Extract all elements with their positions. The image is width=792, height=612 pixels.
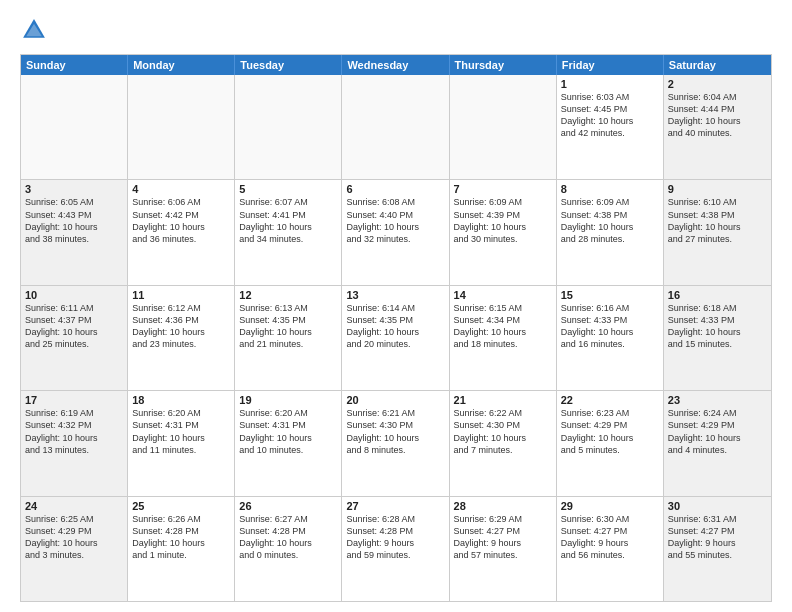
day-number: 7: [454, 183, 552, 195]
day-number: 18: [132, 394, 230, 406]
day-number: 22: [561, 394, 659, 406]
day-number: 27: [346, 500, 444, 512]
calendar-cell: 27Sunrise: 6:28 AM Sunset: 4:28 PM Dayli…: [342, 497, 449, 601]
logo: [20, 16, 52, 44]
weekday-header: Wednesday: [342, 55, 449, 75]
calendar-cell: 22Sunrise: 6:23 AM Sunset: 4:29 PM Dayli…: [557, 391, 664, 495]
calendar-cell: [21, 75, 128, 179]
weekday-header: Thursday: [450, 55, 557, 75]
logo-icon: [20, 16, 48, 44]
calendar-row: 10Sunrise: 6:11 AM Sunset: 4:37 PM Dayli…: [21, 285, 771, 390]
day-info: Sunrise: 6:09 AM Sunset: 4:38 PM Dayligh…: [561, 196, 659, 245]
day-info: Sunrise: 6:08 AM Sunset: 4:40 PM Dayligh…: [346, 196, 444, 245]
calendar-cell: 23Sunrise: 6:24 AM Sunset: 4:29 PM Dayli…: [664, 391, 771, 495]
day-number: 4: [132, 183, 230, 195]
day-number: 21: [454, 394, 552, 406]
day-info: Sunrise: 6:30 AM Sunset: 4:27 PM Dayligh…: [561, 513, 659, 562]
calendar-cell: 12Sunrise: 6:13 AM Sunset: 4:35 PM Dayli…: [235, 286, 342, 390]
day-number: 10: [25, 289, 123, 301]
calendar-cell: 9Sunrise: 6:10 AM Sunset: 4:38 PM Daylig…: [664, 180, 771, 284]
weekday-header: Tuesday: [235, 55, 342, 75]
day-info: Sunrise: 6:14 AM Sunset: 4:35 PM Dayligh…: [346, 302, 444, 351]
day-number: 26: [239, 500, 337, 512]
day-number: 14: [454, 289, 552, 301]
day-number: 23: [668, 394, 767, 406]
day-number: 24: [25, 500, 123, 512]
header: [20, 16, 772, 44]
day-info: Sunrise: 6:19 AM Sunset: 4:32 PM Dayligh…: [25, 407, 123, 456]
day-number: 11: [132, 289, 230, 301]
day-number: 15: [561, 289, 659, 301]
day-info: Sunrise: 6:27 AM Sunset: 4:28 PM Dayligh…: [239, 513, 337, 562]
calendar-cell: 18Sunrise: 6:20 AM Sunset: 4:31 PM Dayli…: [128, 391, 235, 495]
day-number: 5: [239, 183, 337, 195]
day-info: Sunrise: 6:12 AM Sunset: 4:36 PM Dayligh…: [132, 302, 230, 351]
calendar-header: SundayMondayTuesdayWednesdayThursdayFrid…: [21, 55, 771, 75]
weekday-header: Saturday: [664, 55, 771, 75]
calendar-cell: 4Sunrise: 6:06 AM Sunset: 4:42 PM Daylig…: [128, 180, 235, 284]
day-info: Sunrise: 6:09 AM Sunset: 4:39 PM Dayligh…: [454, 196, 552, 245]
weekday-header: Friday: [557, 55, 664, 75]
day-info: Sunrise: 6:13 AM Sunset: 4:35 PM Dayligh…: [239, 302, 337, 351]
calendar: SundayMondayTuesdayWednesdayThursdayFrid…: [20, 54, 772, 602]
day-info: Sunrise: 6:20 AM Sunset: 4:31 PM Dayligh…: [132, 407, 230, 456]
day-info: Sunrise: 6:11 AM Sunset: 4:37 PM Dayligh…: [25, 302, 123, 351]
day-info: Sunrise: 6:28 AM Sunset: 4:28 PM Dayligh…: [346, 513, 444, 562]
calendar-cell: [342, 75, 449, 179]
day-info: Sunrise: 6:24 AM Sunset: 4:29 PM Dayligh…: [668, 407, 767, 456]
calendar-cell: 26Sunrise: 6:27 AM Sunset: 4:28 PM Dayli…: [235, 497, 342, 601]
calendar-cell: 30Sunrise: 6:31 AM Sunset: 4:27 PM Dayli…: [664, 497, 771, 601]
weekday-header: Monday: [128, 55, 235, 75]
calendar-cell: 15Sunrise: 6:16 AM Sunset: 4:33 PM Dayli…: [557, 286, 664, 390]
calendar-cell: [235, 75, 342, 179]
day-info: Sunrise: 6:23 AM Sunset: 4:29 PM Dayligh…: [561, 407, 659, 456]
calendar-cell: 28Sunrise: 6:29 AM Sunset: 4:27 PM Dayli…: [450, 497, 557, 601]
calendar-cell: 5Sunrise: 6:07 AM Sunset: 4:41 PM Daylig…: [235, 180, 342, 284]
calendar-cell: 20Sunrise: 6:21 AM Sunset: 4:30 PM Dayli…: [342, 391, 449, 495]
calendar-cell: 6Sunrise: 6:08 AM Sunset: 4:40 PM Daylig…: [342, 180, 449, 284]
calendar-cell: 10Sunrise: 6:11 AM Sunset: 4:37 PM Dayli…: [21, 286, 128, 390]
day-number: 29: [561, 500, 659, 512]
calendar-cell: 14Sunrise: 6:15 AM Sunset: 4:34 PM Dayli…: [450, 286, 557, 390]
day-number: 9: [668, 183, 767, 195]
day-info: Sunrise: 6:29 AM Sunset: 4:27 PM Dayligh…: [454, 513, 552, 562]
calendar-cell: 3Sunrise: 6:05 AM Sunset: 4:43 PM Daylig…: [21, 180, 128, 284]
day-number: 17: [25, 394, 123, 406]
day-number: 6: [346, 183, 444, 195]
day-info: Sunrise: 6:04 AM Sunset: 4:44 PM Dayligh…: [668, 91, 767, 140]
calendar-cell: 24Sunrise: 6:25 AM Sunset: 4:29 PM Dayli…: [21, 497, 128, 601]
calendar-cell: 25Sunrise: 6:26 AM Sunset: 4:28 PM Dayli…: [128, 497, 235, 601]
day-info: Sunrise: 6:18 AM Sunset: 4:33 PM Dayligh…: [668, 302, 767, 351]
day-number: 2: [668, 78, 767, 90]
day-number: 1: [561, 78, 659, 90]
calendar-body: 1Sunrise: 6:03 AM Sunset: 4:45 PM Daylig…: [21, 75, 771, 601]
day-number: 16: [668, 289, 767, 301]
day-info: Sunrise: 6:16 AM Sunset: 4:33 PM Dayligh…: [561, 302, 659, 351]
day-info: Sunrise: 6:06 AM Sunset: 4:42 PM Dayligh…: [132, 196, 230, 245]
day-number: 25: [132, 500, 230, 512]
day-info: Sunrise: 6:03 AM Sunset: 4:45 PM Dayligh…: [561, 91, 659, 140]
calendar-cell: [450, 75, 557, 179]
day-number: 3: [25, 183, 123, 195]
calendar-cell: 1Sunrise: 6:03 AM Sunset: 4:45 PM Daylig…: [557, 75, 664, 179]
calendar-row: 1Sunrise: 6:03 AM Sunset: 4:45 PM Daylig…: [21, 75, 771, 179]
calendar-cell: 7Sunrise: 6:09 AM Sunset: 4:39 PM Daylig…: [450, 180, 557, 284]
calendar-cell: 2Sunrise: 6:04 AM Sunset: 4:44 PM Daylig…: [664, 75, 771, 179]
day-number: 20: [346, 394, 444, 406]
calendar-cell: 11Sunrise: 6:12 AM Sunset: 4:36 PM Dayli…: [128, 286, 235, 390]
day-info: Sunrise: 6:10 AM Sunset: 4:38 PM Dayligh…: [668, 196, 767, 245]
calendar-cell: 13Sunrise: 6:14 AM Sunset: 4:35 PM Dayli…: [342, 286, 449, 390]
day-info: Sunrise: 6:07 AM Sunset: 4:41 PM Dayligh…: [239, 196, 337, 245]
calendar-row: 24Sunrise: 6:25 AM Sunset: 4:29 PM Dayli…: [21, 496, 771, 601]
day-info: Sunrise: 6:05 AM Sunset: 4:43 PM Dayligh…: [25, 196, 123, 245]
day-info: Sunrise: 6:25 AM Sunset: 4:29 PM Dayligh…: [25, 513, 123, 562]
calendar-row: 3Sunrise: 6:05 AM Sunset: 4:43 PM Daylig…: [21, 179, 771, 284]
day-info: Sunrise: 6:22 AM Sunset: 4:30 PM Dayligh…: [454, 407, 552, 456]
day-info: Sunrise: 6:26 AM Sunset: 4:28 PM Dayligh…: [132, 513, 230, 562]
day-number: 30: [668, 500, 767, 512]
calendar-cell: 19Sunrise: 6:20 AM Sunset: 4:31 PM Dayli…: [235, 391, 342, 495]
day-number: 19: [239, 394, 337, 406]
day-number: 8: [561, 183, 659, 195]
calendar-row: 17Sunrise: 6:19 AM Sunset: 4:32 PM Dayli…: [21, 390, 771, 495]
calendar-cell: [128, 75, 235, 179]
